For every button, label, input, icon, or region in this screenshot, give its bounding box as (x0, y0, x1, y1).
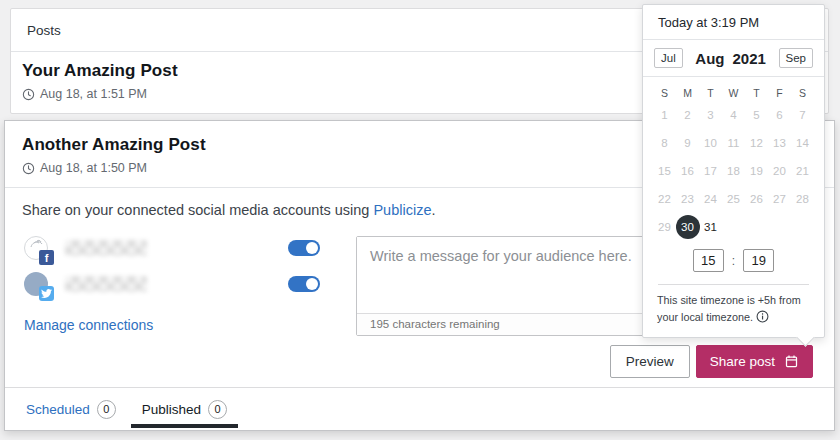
scheduler-today-label: Today at 3:19 PM (643, 5, 824, 40)
calendar-day-16: 16 (676, 157, 699, 185)
calendar-day-9: 9 (676, 129, 699, 157)
preview-button[interactable]: Preview (610, 345, 690, 378)
calendar-day-4: 4 (722, 101, 745, 129)
twitter-connection-row (24, 269, 320, 299)
month-navigation: Jul Aug 2021 Sep (643, 40, 824, 77)
calendar-day-19: 19 (745, 157, 768, 185)
clock-icon (22, 162, 35, 175)
twitter-account-name-blurred (65, 276, 147, 292)
calendar-icon (784, 354, 799, 369)
facebook-connection-row: f (24, 233, 320, 263)
calendar-day-31[interactable]: 31 (699, 213, 722, 241)
calendar-day-11: 11 (722, 129, 745, 157)
publicize-link[interactable]: Publicize (373, 202, 431, 218)
facebook-share-toggle[interactable] (288, 240, 320, 256)
timezone-note: This site timezone is +5h from your loca… (643, 285, 820, 337)
scheduled-count-badge: 0 (97, 400, 116, 419)
manage-connections-link[interactable]: Manage connections (24, 317, 153, 333)
calendar-day-10: 10 (699, 129, 722, 157)
weekday-headers: S M T W T F S (643, 87, 824, 99)
twitter-share-toggle[interactable] (288, 276, 320, 292)
minute-input[interactable] (743, 249, 774, 272)
calendar-day-29: 29 (653, 213, 676, 241)
calendar-day-8: 8 (653, 129, 676, 157)
share-actions: Preview Share post (610, 345, 813, 378)
calendar-day-26: 26 (745, 185, 768, 213)
calendar-day-1: 1 (653, 101, 676, 129)
facebook-account-name-blurred (65, 240, 147, 256)
calendar-day-24: 24 (699, 185, 722, 213)
scheduler-popover: Today at 3:19 PM Jul Aug 2021 Sep S M T … (642, 4, 825, 338)
clock-icon (22, 88, 35, 101)
share-post-button[interactable]: Share post (696, 345, 813, 378)
calendar-day-23: 23 (676, 185, 699, 213)
calendar-day-22: 22 (653, 185, 676, 213)
tab-published[interactable]: Published 0 (129, 388, 240, 430)
calendar-day-15: 15 (653, 157, 676, 185)
share-tabs: Scheduled 0 Published 0 (5, 387, 834, 430)
calendar-day-3: 3 (699, 101, 722, 129)
hour-input[interactable] (693, 249, 724, 272)
calendar-day-5: 5 (745, 101, 768, 129)
panel-post-timestamp: Aug 18, at 1:50 PM (40, 161, 147, 175)
calendar-day-17: 17 (699, 157, 722, 185)
prev-month-button[interactable]: Jul (654, 48, 683, 68)
share-post-label: Share post (710, 354, 775, 369)
calendar-day-12: 12 (745, 129, 768, 157)
calendar-day-28: 28 (791, 185, 814, 213)
next-month-button[interactable]: Sep (779, 48, 813, 68)
post-timestamp: Aug 18, at 1:51 PM (40, 87, 147, 101)
time-picker: : (643, 249, 824, 272)
calendar-day-25: 25 (722, 185, 745, 213)
facebook-icon: f (39, 250, 54, 265)
calendar-day-27: 27 (768, 185, 791, 213)
tab-scheduled[interactable]: Scheduled 0 (13, 388, 129, 430)
calendar-day-30[interactable]: 30 (676, 215, 700, 239)
calendar-grid: 1234567891011121314151617181920212223242… (643, 101, 824, 241)
connections-list: f (24, 233, 320, 305)
twitter-icon (39, 286, 54, 301)
calendar-day-21: 21 (791, 157, 814, 185)
calendar-day-2: 2 (676, 101, 699, 129)
calendar-day-6: 6 (768, 101, 791, 129)
published-count-badge: 0 (208, 400, 227, 419)
calendar-day-20: 20 (768, 157, 791, 185)
jetpack-social-share-page: Posts Your Amazing Post Aug 18, at 1:51 … (0, 0, 840, 440)
calendar-day-7: 7 (791, 101, 814, 129)
time-separator: : (732, 254, 735, 268)
info-icon (756, 310, 769, 323)
calendar-day-14: 14 (791, 129, 814, 157)
calendar-day-18: 18 (722, 157, 745, 185)
month-title: Aug 2021 (695, 50, 766, 67)
calendar-day-13: 13 (768, 129, 791, 157)
